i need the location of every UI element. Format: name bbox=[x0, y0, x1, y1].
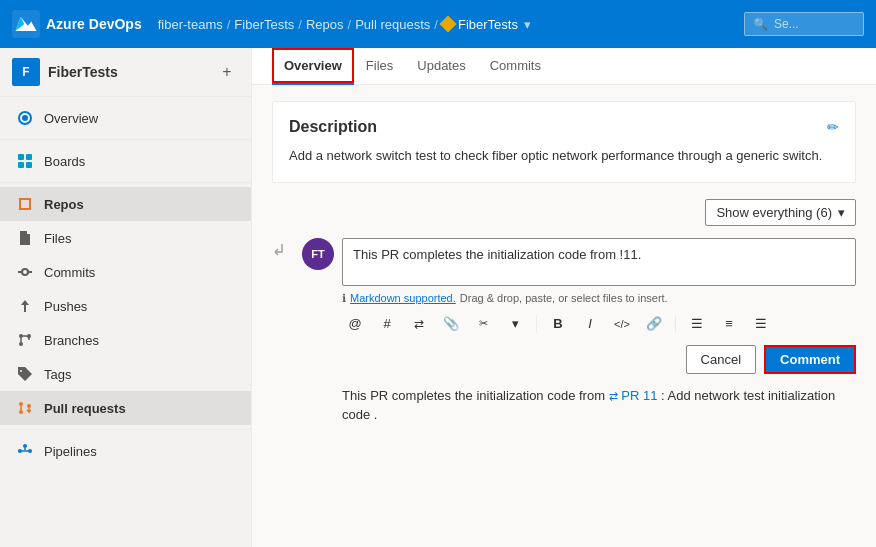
svg-rect-1 bbox=[18, 154, 24, 160]
sidebar-nav: Overview Boards Repos bbox=[0, 97, 251, 472]
svg-rect-2 bbox=[26, 154, 32, 160]
boards-label: Boards bbox=[44, 154, 85, 169]
sidebar-project[interactable]: F FiberTests bbox=[12, 58, 118, 86]
pull-requests-label: Pull requests bbox=[44, 401, 126, 416]
svg-point-11 bbox=[19, 402, 23, 406]
project-name: FiberTests bbox=[48, 64, 118, 80]
tab-commits[interactable]: Commits bbox=[478, 48, 553, 85]
breadcrumb-fibertests[interactable]: FiberTests bbox=[234, 17, 294, 32]
boards-icon bbox=[16, 152, 34, 170]
comment-textbox[interactable] bbox=[342, 238, 856, 286]
chevron-down-icon: ▾ bbox=[838, 205, 845, 220]
cancel-button[interactable]: Cancel bbox=[686, 345, 756, 374]
toolbar-bold[interactable]: B bbox=[545, 311, 571, 337]
sidebar-header: F FiberTests + bbox=[0, 48, 251, 97]
svg-rect-4 bbox=[26, 162, 32, 168]
markdown-link[interactable]: Markdown supported. bbox=[350, 292, 456, 304]
pr-link[interactable]: ⇄ PR 11 bbox=[609, 388, 661, 403]
toolbar-list-unordered[interactable]: ☰ bbox=[684, 311, 710, 337]
description-header: Description ✏ bbox=[289, 118, 839, 136]
sidebar-item-pipelines[interactable]: Pipelines bbox=[0, 434, 251, 468]
breadcrumb-fiber-teams[interactable]: fiber-teams bbox=[158, 17, 223, 32]
commits-icon bbox=[16, 263, 34, 281]
files-icon bbox=[16, 229, 34, 247]
thread-line bbox=[272, 238, 292, 425]
toolbar-link[interactable]: 🔗 bbox=[641, 311, 667, 337]
top-navigation: Azure DevOps fiber-teams / FiberTests / … bbox=[0, 0, 876, 48]
nav-divider-2 bbox=[0, 182, 251, 183]
show-everything-label: Show everything (6) bbox=[716, 205, 832, 220]
branches-icon bbox=[16, 331, 34, 349]
toolbar-attach[interactable]: 📎 bbox=[438, 311, 464, 337]
show-everything-container: Show everything (6) ▾ bbox=[272, 199, 856, 226]
sidebar-item-commits[interactable]: Commits bbox=[0, 255, 251, 289]
main-layout: F FiberTests + Overview B bbox=[0, 48, 876, 547]
sidebar-item-pull-requests[interactable]: Pull requests bbox=[0, 391, 251, 425]
toolbar-separator-2 bbox=[675, 315, 676, 333]
nav-divider-3 bbox=[0, 429, 251, 430]
comment-area: FT ℹ Markdown supported. Drag & drop, pa… bbox=[272, 238, 856, 425]
tab-overview[interactable]: Overview bbox=[272, 48, 354, 85]
top-nav-right: 🔍 Se... bbox=[744, 12, 864, 36]
pipelines-label: Pipelines bbox=[44, 444, 97, 459]
tags-icon bbox=[16, 365, 34, 383]
search-placeholder: Se... bbox=[774, 17, 799, 31]
comment-toolbar: @ # ⇄ 📎 ✂ ▾ B I </> 🔗 ☰ ≡ ☰ bbox=[342, 311, 856, 337]
tab-updates[interactable]: Updates bbox=[405, 48, 477, 85]
edit-icon[interactable]: ✏ bbox=[827, 119, 839, 135]
tabs-bar: Overview Files Updates Commits bbox=[252, 48, 876, 85]
toolbar-mention[interactable]: @ bbox=[342, 311, 368, 337]
svg-point-13 bbox=[27, 404, 31, 408]
pull-requests-icon bbox=[16, 399, 34, 417]
pr-link-text-before: This PR completes the initialization cod… bbox=[342, 388, 609, 403]
branches-label: Branches bbox=[44, 333, 99, 348]
thread-icon bbox=[272, 242, 292, 266]
sidebar-item-tags[interactable]: Tags bbox=[0, 357, 251, 391]
svg-rect-3 bbox=[18, 162, 24, 168]
sidebar-item-boards[interactable]: Boards bbox=[0, 144, 251, 178]
commits-label: Commits bbox=[44, 265, 95, 280]
svg-point-5 bbox=[22, 269, 28, 275]
toolbar-more[interactable]: ▾ bbox=[502, 311, 528, 337]
overview-label: Overview bbox=[44, 111, 98, 126]
description-card: Description ✏ Add a network switch test … bbox=[272, 101, 856, 183]
info-icon: ℹ bbox=[342, 292, 346, 305]
toolbar-italic[interactable]: I bbox=[577, 311, 603, 337]
breadcrumb-repos[interactable]: Repos bbox=[306, 17, 344, 32]
toolbar-list-task[interactable]: ☰ bbox=[748, 311, 774, 337]
svg-point-12 bbox=[19, 410, 23, 414]
breadcrumb-pull-requests[interactable]: Pull requests bbox=[355, 17, 430, 32]
sidebar-item-pushes[interactable]: Pushes bbox=[0, 289, 251, 323]
pipelines-icon bbox=[16, 442, 34, 460]
sidebar-item-branches[interactable]: Branches bbox=[0, 323, 251, 357]
project-avatar: F bbox=[12, 58, 40, 86]
comment-avatar: FT bbox=[302, 238, 334, 270]
comment-content: FT ℹ Markdown supported. Drag & drop, pa… bbox=[302, 238, 856, 425]
diamond-icon bbox=[439, 16, 456, 33]
toolbar-emoji[interactable]: ✂ bbox=[470, 311, 496, 337]
toolbar-list-ordered[interactable]: ≡ bbox=[716, 311, 742, 337]
toolbar-hash[interactable]: # bbox=[374, 311, 400, 337]
tags-label: Tags bbox=[44, 367, 71, 382]
markdown-hint-suffix: Drag & drop, paste, or select files to i… bbox=[460, 292, 668, 304]
sidebar-item-overview[interactable]: Overview bbox=[0, 101, 251, 135]
toolbar-code[interactable]: </> bbox=[609, 311, 635, 337]
sidebar-item-repos[interactable]: Repos bbox=[0, 187, 251, 221]
show-everything-button[interactable]: Show everything (6) ▾ bbox=[705, 199, 856, 226]
sidebar-add-button[interactable]: + bbox=[215, 60, 239, 84]
description-title: Description bbox=[289, 118, 377, 136]
content-scroll: Description ✏ Add a network switch test … bbox=[252, 85, 876, 547]
description-text: Add a network switch test to check fiber… bbox=[289, 146, 839, 166]
pr-link-icon: ⇄ bbox=[609, 390, 618, 402]
comment-button[interactable]: Comment bbox=[764, 345, 856, 374]
repos-label: Repos bbox=[44, 197, 84, 212]
comment-input-row: FT bbox=[302, 238, 856, 286]
breadcrumb-current: FiberTests ▾ bbox=[442, 17, 531, 32]
tab-files[interactable]: Files bbox=[354, 48, 405, 85]
svg-point-9 bbox=[19, 342, 23, 346]
sidebar-item-files[interactable]: Files bbox=[0, 221, 251, 255]
toolbar-pr-link[interactable]: ⇄ bbox=[406, 311, 432, 337]
search-box[interactable]: 🔍 Se... bbox=[744, 12, 864, 36]
app-logo[interactable]: Azure DevOps bbox=[12, 10, 142, 38]
pushes-icon bbox=[16, 297, 34, 315]
